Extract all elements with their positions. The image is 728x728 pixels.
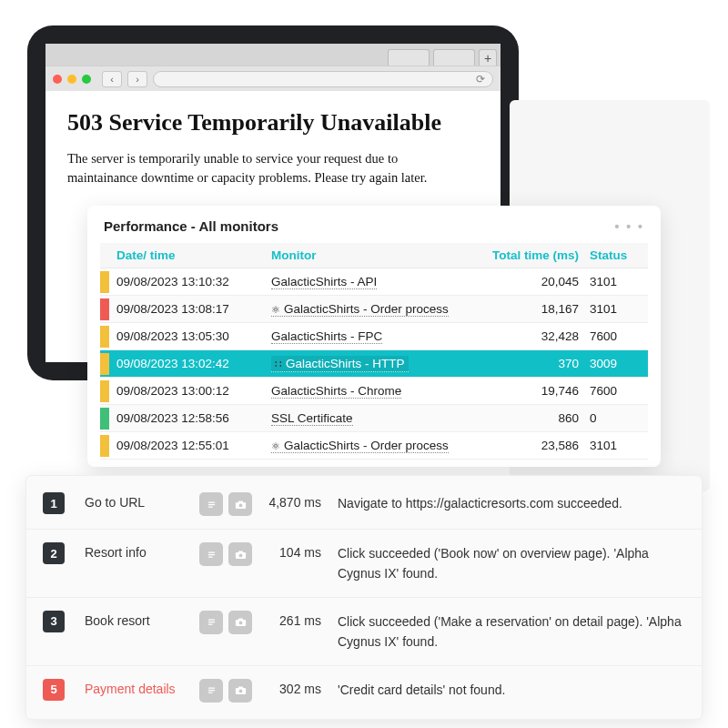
cell-monitor[interactable]: GalacticShirts - Chrome [266,378,475,405]
transaction-steps-card: 1Go to URL 4,870 msNavigate to https://g… [25,475,703,720]
step-log-button[interactable] [199,611,223,634]
step-name: Resort info [85,542,199,560]
table-row[interactable]: 09/08/2023 12:58:56SSL Certificate8600 [100,405,648,432]
step-duration: 302 ms [267,679,338,696]
step-log-button[interactable] [199,679,223,703]
browser-tab[interactable] [433,49,475,66]
status-color-chip [100,408,109,430]
cell-status: 3101 [584,268,648,296]
status-color-chip [100,271,109,293]
table-row[interactable]: 09/08/2023 13:00:12GalacticShirts - Chro… [100,378,648,405]
col-status[interactable]: Status [584,243,648,268]
step-description: Click succeeded ('Book now' on overview … [338,542,685,584]
table-row[interactable]: 09/08/2023 13:02:42GalacticShirts - HTTP… [100,350,648,378]
step-number-badge: 3 [43,611,65,632]
step-number-badge: 2 [43,542,65,564]
cell-status: 3101 [584,432,648,460]
cell-total-time: 18,167 [475,296,584,323]
step-log-button[interactable] [199,492,223,516]
step-number-badge: 1 [43,492,65,514]
step-screenshot-button[interactable] [228,611,252,634]
cell-total-time: 370 [475,350,584,378]
step-screenshot-button[interactable] [228,679,252,703]
step-name: Go to URL [85,492,199,510]
col-total-time[interactable]: Total time (ms) [475,243,584,268]
camera-icon [234,615,248,629]
error-title: 503 Service Temporarily Unavailable [67,109,479,136]
performance-table: Date/ time Monitor Total time (ms) Statu… [100,243,648,460]
cell-monitor[interactable]: GalacticShirts - FPC [266,323,475,350]
card-menu-button[interactable]: • • • [615,219,644,234]
browser-tab-bar: + [46,44,500,66]
cell-monitor[interactable]: GalacticShirts - Order process [266,432,475,460]
cell-status: 7600 [584,378,648,405]
error-body: The server is temporarily unable to serv… [67,149,468,187]
step-description: Navigate to https://galacticresorts.com … [338,492,685,513]
new-tab-button[interactable]: + [479,49,497,66]
cell-total-time: 860 [475,405,584,432]
transaction-step[interactable]: 1Go to URL 4,870 msNavigate to https://g… [26,480,702,530]
cell-datetime: 09/08/2023 13:02:42 [111,350,266,378]
address-bar[interactable]: ⟳ [153,71,493,87]
cell-monitor[interactable]: GalacticShirts - Order process [266,296,475,323]
transaction-step[interactable]: 3Book resort 261 msClick succeeded ('Mak… [26,598,702,666]
status-color-chip [100,298,109,320]
step-duration: 4,870 ms [267,492,338,510]
cell-status: 7600 [584,323,648,350]
log-icon [205,615,218,629]
table-row[interactable]: 09/08/2023 13:05:30GalacticShirts - FPC3… [100,323,648,350]
cell-total-time: 19,746 [475,378,584,405]
step-screenshot-button[interactable] [228,492,252,516]
status-color-chip [100,326,109,348]
log-icon [205,548,218,561]
camera-icon [234,498,248,511]
cell-monitor[interactable]: GalacticShirts - API [266,268,475,296]
step-log-button[interactable] [199,542,223,566]
cell-datetime: 09/08/2023 13:08:17 [111,296,266,323]
transaction-step[interactable]: 5Payment details 302 ms'Credit card deta… [26,666,702,715]
cell-datetime: 09/08/2023 13:00:12 [111,378,266,405]
cell-datetime: 09/08/2023 13:10:32 [111,268,266,296]
back-button[interactable]: ‹ [102,71,122,87]
col-datetime[interactable]: Date/ time [111,243,266,268]
minimize-window-button[interactable] [67,75,76,84]
cell-status: 0 [584,405,648,432]
reload-icon[interactable]: ⟳ [476,73,485,86]
col-monitor[interactable]: Monitor [266,243,475,268]
table-row[interactable]: 09/08/2023 13:10:32GalacticShirts - API2… [100,268,648,296]
cell-total-time: 20,045 [475,268,584,296]
cell-total-time: 23,586 [475,432,584,460]
window-controls [53,75,91,84]
close-window-button[interactable] [53,75,62,84]
step-description: Click succeeded ('Make a reservation' on… [338,611,685,652]
step-duration: 104 ms [267,542,338,560]
cell-monitor[interactable]: GalacticShirts - HTTP [266,350,475,378]
status-color-chip [100,353,109,375]
cell-status: 3101 [584,296,648,323]
table-header-row: Date/ time Monitor Total time (ms) Statu… [100,243,648,268]
browser-toolbar: ‹ › ⟳ [46,66,500,91]
cell-total-time: 32,428 [475,323,584,350]
cell-monitor[interactable]: SSL Certificate [266,405,475,432]
log-icon [205,498,218,511]
forward-button[interactable]: › [127,71,147,87]
table-row[interactable]: 09/08/2023 13:08:17GalacticShirts - Orde… [100,296,648,323]
step-duration: 261 ms [267,611,338,628]
transaction-step[interactable]: 2Resort info 104 msClick succeeded ('Boo… [26,530,702,598]
camera-icon [234,548,248,561]
log-icon [205,683,218,697]
status-color-chip [100,380,109,402]
step-number-badge: 5 [43,679,65,701]
cell-status: 3009 [584,350,648,378]
maximize-window-button[interactable] [82,75,91,84]
browser-tab[interactable] [388,49,430,66]
table-row[interactable]: 09/08/2023 12:55:01GalacticShirts - Orde… [100,432,648,460]
card-title: Performance - All monitors [104,218,278,234]
status-color-chip [100,435,109,457]
performance-card: Performance - All monitors • • • Date/ t… [87,206,661,467]
step-name: Book resort [85,611,199,628]
camera-icon [234,683,248,697]
cell-datetime: 09/08/2023 12:55:01 [111,432,266,460]
step-screenshot-button[interactable] [228,542,252,566]
step-description: 'Credit card details' not found. [338,679,685,700]
